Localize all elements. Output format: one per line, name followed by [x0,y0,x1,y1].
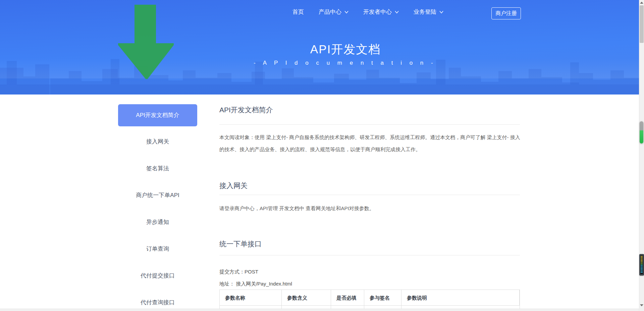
sidebar-item-payout-submit[interactable]: 代付提交接口 [118,269,197,283]
merchant-register-button[interactable]: 商户注册 [491,7,521,19]
hero-header: 首页 产品中心 开发者中心 业务登陆 商户注册 API开发文档 - A P I … [0,0,644,95]
table-header-description: 参数说明 [401,290,520,306]
sidebar-item-payout-query[interactable]: 代付查询接口 [118,296,197,309]
nav-products-label: 产品中心 [319,8,341,16]
table-header-required: 是否必填 [331,290,364,306]
sidebar-item-gateway[interactable]: 接入网关 [118,135,197,148]
divider [219,255,520,255]
nav-item-products[interactable]: 产品中心 [319,8,348,16]
top-nav: 首页 产品中心 开发者中心 业务登陆 [292,8,443,16]
nav-item-developers[interactable]: 开发者中心 [363,8,399,16]
scrollbar-marker-battery-icon[interactable] [640,121,643,143]
scrollbar-marker-equalizer-icon[interactable] [639,254,644,275]
vertical-scrollbar-thumb[interactable] [640,5,644,43]
divider [219,124,520,125]
equalizer-bars [641,256,643,273]
nav-item-home[interactable]: 首页 [292,8,304,16]
page-title: API开发文档 [310,42,381,57]
chevron-down-icon [439,11,443,13]
gateway-address-line: 地址： 接入网关/Pay_Index.html [219,281,520,287]
parameters-table: 参数名称 参数含义 是否必填 参与签名 参数说明 [219,290,520,311]
section-heading-unified-order: 统一下单接口 [219,239,520,249]
sidebar-item-intro[interactable]: API开发文档简介 [118,104,197,126]
equalizer-panel [640,255,643,274]
scrollbar-up-arrow[interactable] [640,2,643,4]
gateway-paragraph: 请登录商户中心，API管理 开发文档中 查看网关地址和API对接参数。 [219,202,521,214]
page: 首页 产品中心 开发者中心 业务登陆 商户注册 API开发文档 - A P I … [0,0,644,311]
page-subtitle: - A P I d o c u m e n t a t i o n - [254,60,436,66]
section-heading-intro: API开发文档简介 [219,105,520,115]
submit-method-line: 提交方式：POST [219,269,520,275]
table-header-param-name: 参数名称 [220,290,282,306]
divider [219,195,520,195]
table-header-signed: 参与签名 [364,290,401,306]
chevron-down-icon [395,11,399,13]
intro-paragraph: 本文阅读对象：使用 梁上支付- 商户自服务系统的技术架构师、研发工程师、系统运维… [219,131,521,156]
horizontal-scrollbar[interactable] [0,309,639,311]
nav-developers-label: 开发者中心 [363,8,392,16]
sidebar-item-signature[interactable]: 签名算法 [118,162,197,175]
scrollbar-down-arrow[interactable] [640,304,643,306]
sidebar-item-order-query[interactable]: 订单查询 [118,242,197,256]
table-header-param-meaning: 参数含义 [282,290,331,306]
sidebar-item-unified-order-api[interactable]: 商户统一下单API [118,189,197,202]
nav-home-label: 首页 [292,8,304,16]
nav-business-login-label: 业务登陆 [414,8,436,16]
green-down-arrow [118,5,174,79]
chevron-down-icon [344,11,348,13]
sidebar-item-async-notify[interactable]: 异步通知 [118,215,197,229]
nav-item-business-login[interactable]: 业务登陆 [414,8,443,16]
section-heading-gateway: 接入网关 [219,181,520,190]
